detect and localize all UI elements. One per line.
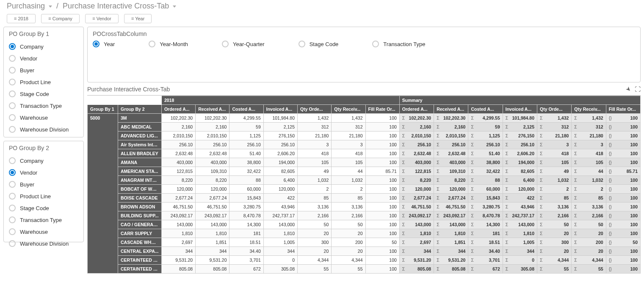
- summary-cell[interactable]: {}100: [606, 211, 640, 220]
- data-cell[interactable]: 2,606.20: [263, 149, 297, 158]
- radio-crossTabCol-stage-code[interactable]: Stage Code: [299, 41, 339, 47]
- summary-cell[interactable]: Σ120,000: [503, 185, 537, 194]
- data-cell[interactable]: 8,220: [161, 176, 195, 185]
- data-cell[interactable]: 2,125: [263, 123, 297, 131]
- summary-cell[interactable]: Σ2,010,150: [399, 131, 434, 140]
- data-cell[interactable]: 1,810: [161, 229, 195, 238]
- cross-tab-grid[interactable]: 2018SummaryGroup By 1Group By 2Ordered A…: [87, 96, 641, 274]
- summary-cell[interactable]: Σ21,180: [537, 131, 572, 140]
- table-row[interactable]: AMERICAN STA...122,815109,31032,42282,60…: [88, 167, 641, 176]
- summary-cell[interactable]: {}100: [606, 149, 640, 158]
- data-cell[interactable]: 2,166: [332, 211, 365, 220]
- column-header[interactable]: Ordered A...: [161, 105, 195, 114]
- summary-cell[interactable]: Σ1,125: [468, 131, 503, 140]
- summary-cell[interactable]: Σ2,160: [434, 123, 468, 131]
- data-cell[interactable]: 6,400: [263, 176, 297, 185]
- radio-groupBy2-warehouse-division[interactable]: Warehouse Division: [9, 238, 78, 249]
- data-cell[interactable]: 418: [298, 149, 332, 158]
- data-cell[interactable]: 100: [365, 203, 399, 211]
- summary-cell[interactable]: Σ50: [537, 220, 572, 229]
- data-cell[interactable]: 2,166: [298, 211, 332, 220]
- data-cell[interactable]: 0: [263, 256, 297, 265]
- data-cell[interactable]: 20: [298, 229, 332, 238]
- filter-year[interactable]: = 2018: [7, 14, 36, 23]
- summary-cell[interactable]: Σ4,344: [572, 256, 606, 265]
- data-cell[interactable]: 21,180: [332, 131, 365, 140]
- data-cell[interactable]: 21,180: [298, 131, 332, 140]
- summary-cell[interactable]: Σ1,432: [537, 114, 572, 123]
- table-row[interactable]: Air Systems Inte...256.10256.10256.10256…: [88, 140, 641, 149]
- vendor-cell[interactable]: ANAGRAM INTE...: [118, 176, 162, 185]
- summary-cell[interactable]: Σ43,946: [503, 203, 537, 211]
- data-cell[interactable]: 3: [298, 140, 332, 149]
- summary-cell[interactable]: Σ312: [572, 123, 606, 131]
- data-cell[interactable]: 2,697: [161, 238, 195, 247]
- column-header[interactable]: Fill Rate Or...: [365, 105, 399, 114]
- group1-cell[interactable]: 5000: [88, 114, 118, 274]
- radio-crossTabCol-year-month[interactable]: Year-Month: [149, 41, 188, 47]
- summary-cell[interactable]: Σ1,810: [503, 229, 537, 238]
- summary-cell[interactable]: Σ2,125: [503, 123, 537, 131]
- data-cell[interactable]: 143,000: [263, 220, 297, 229]
- summary-cell[interactable]: Σ418: [537, 149, 572, 158]
- summary-cell[interactable]: {}100: [606, 131, 640, 140]
- table-row[interactable]: CENTRAL EXPA...34434434.403442020100Σ344…: [88, 247, 641, 256]
- table-row[interactable]: CAO / GENERAL...143,000143,00014,300143,…: [88, 220, 641, 229]
- radio-groupBy1-product-line[interactable]: Product Line: [9, 76, 78, 88]
- summary-cell[interactable]: Σ38,800: [468, 158, 503, 167]
- data-cell[interactable]: 100: [365, 149, 399, 158]
- summary-cell[interactable]: Σ256.10: [399, 140, 434, 149]
- column-header[interactable]: Costed A...: [229, 105, 263, 114]
- data-cell[interactable]: 46,751.50: [196, 203, 229, 211]
- summary-cell[interactable]: Σ4,344: [537, 256, 572, 265]
- data-cell[interactable]: 120,000: [196, 185, 229, 194]
- summary-cell[interactable]: Σ1,432: [572, 114, 606, 123]
- summary-cell[interactable]: Σ1,810: [434, 229, 468, 238]
- data-cell[interactable]: 60,000: [229, 185, 263, 194]
- data-cell[interactable]: 194,000: [263, 158, 297, 167]
- summary-cell[interactable]: Σ312: [537, 123, 572, 131]
- data-cell[interactable]: 100: [365, 140, 399, 149]
- data-cell[interactable]: 4,344: [298, 256, 332, 265]
- radio-groupBy1-buyer[interactable]: Buyer: [9, 64, 78, 76]
- data-cell[interactable]: 122,815: [161, 167, 195, 176]
- column-header[interactable]: Invoiced A...: [263, 105, 297, 114]
- data-cell[interactable]: 15,843: [229, 194, 263, 203]
- summary-cell[interactable]: Σ34.40: [468, 247, 503, 256]
- summary-cell[interactable]: Σ50: [572, 220, 606, 229]
- data-cell[interactable]: 243,092.17: [161, 211, 195, 220]
- data-cell[interactable]: 50: [298, 220, 332, 229]
- vendor-cell[interactable]: BROWN ADSON: [118, 203, 162, 211]
- summary-cell[interactable]: Σ55: [572, 265, 606, 274]
- vendor-cell[interactable]: AMERICAN STA...: [118, 167, 162, 176]
- data-cell[interactable]: 672: [229, 265, 263, 274]
- data-cell[interactable]: 85.71: [365, 167, 399, 176]
- data-cell[interactable]: 34.40: [229, 247, 263, 256]
- summary-cell[interactable]: Σ344: [503, 247, 537, 256]
- table-row[interactable]: BROWN ADSON46,751.5046,751.503,280.7543,…: [88, 203, 641, 211]
- data-cell[interactable]: 1,032: [298, 176, 332, 185]
- data-cell[interactable]: 3,136: [298, 203, 332, 211]
- data-cell[interactable]: 4,344: [332, 256, 365, 265]
- vendor-cell[interactable]: BOISE CASCADE: [118, 194, 162, 203]
- data-cell[interactable]: 2,160: [161, 123, 195, 131]
- summary-cell[interactable]: Σ55: [537, 265, 572, 274]
- radio-groupBy2-vendor[interactable]: Vendor: [9, 167, 78, 178]
- summary-cell[interactable]: Σ305.08: [503, 265, 537, 274]
- table-row[interactable]: CARR SUPPLY1,8101,8101811,8102020100Σ1,8…: [88, 229, 641, 238]
- summary-cell[interactable]: Σ2,166: [572, 211, 606, 220]
- breadcrumb-current[interactable]: Purchase Interactive Cross-Tab: [63, 2, 176, 10]
- column-header[interactable]: Group By 1: [88, 105, 118, 114]
- summary-cell[interactable]: Σ51.40: [468, 149, 503, 158]
- data-cell[interactable]: 2,010,150: [196, 131, 229, 140]
- summary-cell[interactable]: Σ422: [503, 194, 537, 203]
- summary-cell[interactable]: Σ143,000: [434, 220, 468, 229]
- summary-cell[interactable]: Σ122,815: [399, 167, 434, 176]
- summary-cell[interactable]: {}100: [606, 203, 640, 211]
- table-row[interactable]: ADVANCED LIG...2,010,1502,010,1501,12527…: [88, 131, 641, 140]
- column-header[interactable]: Qty Receiv...: [332, 105, 365, 114]
- data-cell[interactable]: 1,810: [263, 229, 297, 238]
- summary-cell[interactable]: Σ805.08: [434, 265, 468, 274]
- summary-cell[interactable]: Σ344: [434, 247, 468, 256]
- data-cell[interactable]: 2,632.48: [161, 149, 195, 158]
